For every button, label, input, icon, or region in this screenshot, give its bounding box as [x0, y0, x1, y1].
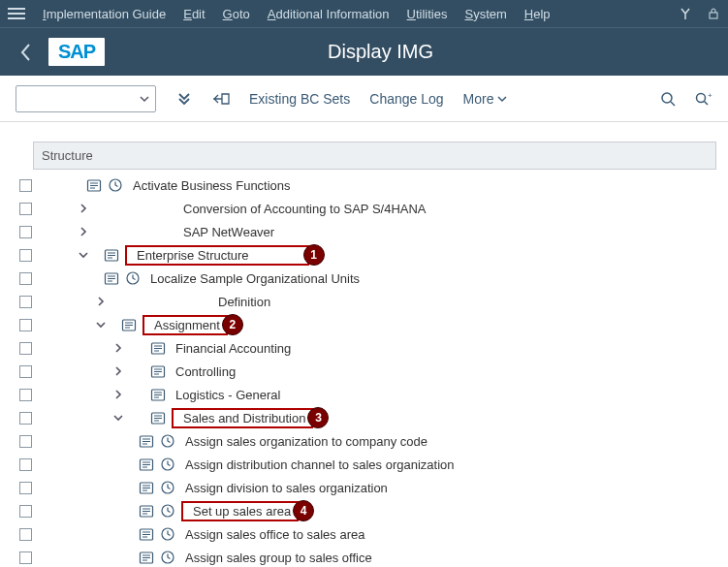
expand-icon[interactable] [77, 202, 90, 215]
activity-icon[interactable] [150, 363, 166, 379]
sap-logo: SAP [48, 38, 105, 66]
row-checkbox[interactable] [19, 505, 32, 518]
row-checkbox[interactable] [19, 226, 32, 238]
activity-icon[interactable] [139, 550, 154, 565]
execute-icon[interactable] [158, 503, 175, 519]
tree-row: Localize Sample Organizational Units [12, 267, 728, 290]
row-checkbox[interactable] [19, 319, 32, 331]
menu-additional-info[interactable]: Additional Information [268, 7, 390, 21]
more-label: More [463, 91, 494, 107]
node-label[interactable]: Controlling [170, 364, 236, 379]
expand-icon[interactable] [111, 341, 125, 355]
execute-icon[interactable] [158, 526, 175, 542]
lock-icon[interactable] [707, 7, 720, 20]
existing-bc-sets-link[interactable]: Existing BC Sets [249, 91, 350, 107]
row-checkbox[interactable] [19, 435, 32, 448]
node-label[interactable]: Financial Accounting [170, 341, 291, 356]
row-checkbox[interactable] [19, 179, 32, 192]
expand-icon[interactable] [111, 364, 125, 378]
node-label[interactable]: Assign sales office to sales area [179, 527, 364, 542]
menu-goto[interactable]: Goto [223, 7, 250, 21]
header-bar: SAP Display IMG [0, 27, 728, 76]
activity-icon[interactable] [104, 270, 119, 286]
tree-row: Logistics - General [12, 383, 728, 406]
row-checkbox[interactable] [19, 249, 32, 262]
execute-icon[interactable] [158, 480, 175, 495]
menu-impl-guide[interactable]: Implementation Guide [43, 7, 166, 21]
menu-icon[interactable] [8, 5, 25, 22]
row-checkbox[interactable] [19, 482, 32, 494]
step-highlight: Enterprise Structure1 [125, 245, 309, 266]
node-label[interactable]: Assign sales organization to company cod… [179, 434, 427, 449]
expand-icon[interactable] [94, 295, 108, 308]
activity-icon[interactable] [139, 433, 154, 449]
node-label[interactable]: Sales and Distribution [177, 411, 305, 425]
activity-icon[interactable] [150, 387, 166, 402]
close-window-icon[interactable] [680, 7, 693, 20]
execute-icon[interactable] [158, 433, 175, 449]
change-log-link[interactable]: Change Log [369, 91, 443, 107]
enter-img-icon[interactable] [212, 92, 230, 106]
node-label[interactable]: Assign division to sales organization [179, 481, 388, 495]
collapse-icon[interactable] [94, 318, 108, 331]
menu-help[interactable]: Help [524, 7, 551, 21]
activity-icon[interactable] [86, 177, 102, 193]
collapse-icon[interactable] [77, 248, 90, 262]
row-checkbox[interactable] [19, 272, 32, 285]
menu-system[interactable]: System [464, 7, 506, 21]
node-label[interactable]: Assignment [148, 318, 220, 332]
node-label[interactable]: Assign sales group to sales office [179, 551, 372, 565]
img-activity-dropdown[interactable] [16, 85, 156, 112]
activity-icon[interactable] [121, 317, 137, 332]
expand-icon[interactable] [111, 388, 125, 401]
row-checkbox[interactable] [19, 296, 32, 308]
expand-icon[interactable] [77, 225, 90, 238]
tree-row: Enterprise Structure1 [12, 243, 728, 267]
tree-row: Assign sales organization to company cod… [12, 429, 728, 453]
row-checkbox[interactable] [19, 365, 32, 378]
activity-icon[interactable] [150, 410, 166, 425]
back-icon[interactable] [14, 43, 39, 62]
svg-text:+: + [708, 91, 712, 100]
row-checkbox[interactable] [19, 203, 32, 215]
more-menu[interactable]: More [463, 91, 508, 107]
step-badge: 4 [293, 500, 314, 521]
content-area: Structure Activate Business FunctionsCon… [0, 122, 728, 567]
activity-icon[interactable] [139, 503, 154, 519]
node-label[interactable]: Set up sales area [187, 504, 291, 519]
step-badge: 1 [303, 244, 325, 266]
search-next-icon[interactable]: + [695, 91, 712, 107]
execute-icon[interactable] [123, 270, 141, 286]
node-label[interactable]: Assign distribution channel to sales org… [179, 457, 455, 472]
menu-utilities[interactable]: Utilities [407, 7, 448, 21]
row-checkbox[interactable] [19, 389, 32, 401]
row-checkbox[interactable] [19, 551, 32, 564]
activity-icon[interactable] [150, 340, 166, 356]
node-label[interactable]: Activate Business Functions [127, 178, 291, 193]
node-label[interactable]: Localize Sample Organizational Units [144, 271, 360, 286]
execute-icon[interactable] [106, 177, 123, 193]
search-icon[interactable] [660, 91, 676, 107]
menu-edit[interactable]: Edit [183, 7, 205, 21]
execute-icon[interactable] [158, 457, 175, 472]
activity-icon[interactable] [139, 480, 154, 495]
collapse-icon[interactable] [111, 411, 125, 425]
tree-row: Conversion of Accounting to SAP S/4HANA [12, 197, 728, 220]
row-checkbox[interactable] [19, 412, 32, 425]
double-chevron-down-icon[interactable] [175, 90, 193, 108]
step-badge: 2 [222, 314, 243, 335]
node-label[interactable]: SAP NetWeaver [177, 225, 274, 239]
row-checkbox[interactable] [19, 342, 32, 355]
node-label[interactable]: Definition [212, 295, 270, 309]
activity-icon[interactable] [139, 457, 154, 472]
row-checkbox[interactable] [19, 528, 32, 541]
node-label[interactable]: Conversion of Accounting to SAP S/4HANA [177, 202, 427, 216]
node-label[interactable]: Logistics - General [170, 388, 280, 402]
execute-icon[interactable] [158, 550, 175, 565]
activity-icon[interactable] [104, 247, 119, 263]
step-highlight: Set up sales area4 [181, 501, 299, 521]
row-checkbox[interactable] [19, 458, 32, 471]
activity-icon[interactable] [139, 526, 154, 542]
tree-row: Assign division to sales organization [12, 476, 728, 499]
node-label[interactable]: Enterprise Structure [131, 248, 249, 263]
